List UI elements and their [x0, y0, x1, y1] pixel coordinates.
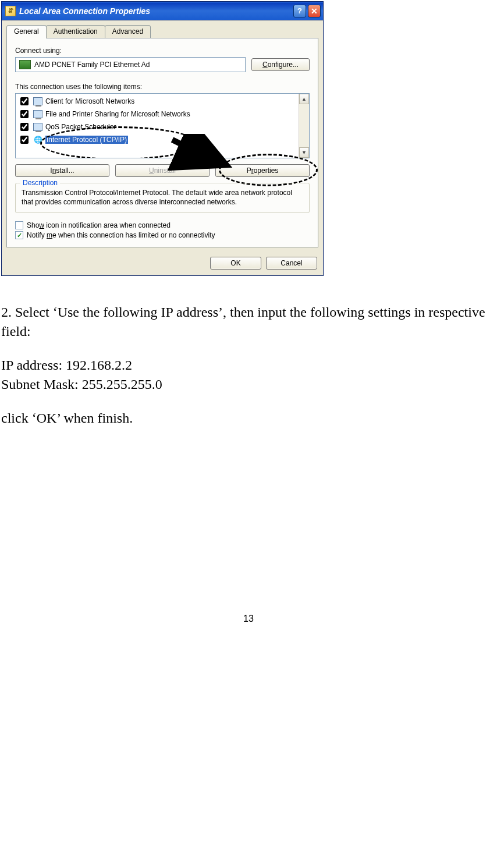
adapter-name: AMD PCNET Family PCI Ethernet Ad — [34, 61, 150, 69]
dialog-title: Local Area Connection Properties — [19, 6, 293, 16]
description-label: Description — [20, 179, 60, 187]
ip-address-line: IP address: 192.168.2.2 — [1, 356, 494, 374]
components-listbox[interactable]: Client for Microsoft Networks File and P… — [15, 93, 310, 158]
properties-button[interactable]: Properties — [215, 164, 310, 177]
component-label: QoS Packet Scheduler — [45, 123, 116, 131]
adapter-field[interactable]: AMD PCNET Family PCI Ethernet Ad — [15, 57, 246, 72]
qos-icon — [33, 122, 43, 132]
list-item[interactable]: QoS Packet Scheduler — [16, 121, 309, 133]
description-text: Transmission Control Protocol/Internet P… — [22, 188, 303, 207]
show-icon-checkbox[interactable] — [15, 221, 23, 229]
install-button[interactable]: Install... — [15, 164, 109, 177]
tab-general[interactable]: General — [6, 25, 47, 38]
nic-icon — [19, 60, 31, 69]
instruction-text-block: 2. Select ‘Use the following IP address’… — [0, 276, 495, 427]
component-checkbox[interactable] — [20, 123, 29, 131]
component-checkbox[interactable] — [20, 136, 29, 144]
cancel-button[interactable]: Cancel — [266, 257, 317, 270]
step-2-text: 2. Select ‘Use the following IP address’… — [1, 303, 494, 341]
fileprint-icon — [33, 109, 43, 119]
list-item[interactable]: Client for Microsoft Networks — [16, 95, 309, 108]
connection-properties-dialog: ⇵ Local Area Connection Properties ? ✕ G… — [1, 1, 324, 276]
uninstall-button: Uninstall — [115, 164, 210, 177]
page-number: 13 — [0, 614, 497, 624]
titlebar: ⇵ Local Area Connection Properties ? ✕ — [2, 2, 323, 20]
description-group: Description Transmission Control Protoco… — [15, 183, 310, 213]
notify-checkbox[interactable]: ✓ — [15, 231, 23, 239]
show-icon-label: Show icon in notification area when conn… — [27, 221, 171, 229]
connect-using-label: Connect using: — [15, 47, 310, 55]
component-label: Internet Protocol (TCP/IP) — [45, 136, 128, 144]
tab-advanced[interactable]: Advanced — [105, 25, 151, 38]
component-checkbox[interactable] — [20, 97, 29, 105]
list-item[interactable]: 🌐 Internet Protocol (TCP/IP) — [16, 133, 309, 146]
scroll-down-button[interactable]: ▼ — [299, 147, 309, 158]
ok-button[interactable]: OK — [210, 257, 261, 270]
client-icon — [33, 96, 43, 107]
listbox-scrollbar[interactable]: ▲ ▼ — [299, 94, 309, 158]
component-label: Client for Microsoft Networks — [45, 97, 134, 105]
tab-strip: General Authentication Advanced — [2, 20, 323, 38]
help-button[interactable]: ? — [293, 5, 306, 17]
close-button[interactable]: ✕ — [308, 5, 321, 17]
notify-label: Notify me when this connection has limit… — [27, 231, 215, 239]
configure-button[interactable]: Configure... — [251, 58, 310, 71]
component-label: File and Printer Sharing for Microsoft N… — [45, 110, 190, 118]
tab-panel-general: Connect using: AMD PCNET Family PCI Ethe… — [6, 38, 318, 247]
component-checkbox[interactable] — [20, 110, 29, 118]
connection-icon: ⇵ — [5, 6, 16, 16]
tab-authentication[interactable]: Authentication — [46, 25, 105, 38]
subnet-mask-line: Subnet Mask: 255.255.255.0 — [1, 375, 494, 394]
scroll-up-button[interactable]: ▲ — [299, 94, 309, 104]
tcpip-icon: 🌐 — [33, 134, 43, 145]
finish-line: click ‘OK’ when finish. — [1, 409, 494, 427]
list-item[interactable]: File and Printer Sharing for Microsoft N… — [16, 108, 309, 121]
items-label: This connection uses the following items… — [15, 83, 310, 91]
